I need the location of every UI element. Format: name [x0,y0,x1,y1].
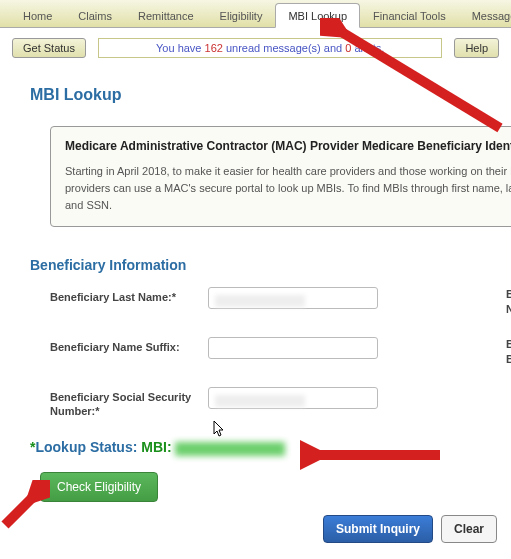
tab-claims[interactable]: Claims [65,3,125,27]
bottom-actions: Submit Inquiry Clear [323,515,497,543]
action-bar: Get Status You have 162 unread message(s… [0,28,511,68]
redacted-ssn [215,395,305,407]
alert-mid: unread message(s) and [223,42,345,54]
input-suffix[interactable] [208,337,378,359]
lookup-label: Lookup Status: [35,439,141,455]
section-beneficiary-info: Beneficiary Information [30,257,511,273]
label-birth: Beneficiary Birth:* [506,337,511,367]
tab-eligibility[interactable]: Eligibility [207,3,276,27]
tab-mbi-lookup[interactable]: MBI Lookup [275,3,360,28]
lookup-mbi-label: MBI: [141,439,175,455]
help-button[interactable]: Help [454,38,499,58]
redacted-mbi-value [175,442,285,456]
info-panel-body: Starting in April 2018, to make it easie… [65,163,511,214]
label-first-name: Beneficiary Name:* [506,287,511,317]
alert-prefix: You have [156,42,205,54]
row-last-name: Beneficiary Last Name:* Beneficiary Name… [50,287,511,317]
redacted-last-name [215,295,305,307]
lookup-status-line: *Lookup Status: MBI: [30,439,511,455]
label-suffix: Beneficiary Name Suffix: [50,337,200,355]
row-ssn: Beneficiary Social Security Number:* [50,387,511,420]
main-tabs: Home Claims Remittance Eligibility MBI L… [0,0,511,28]
label-last-name: Beneficiary Last Name:* [50,287,200,305]
alert-message: You have 162 unread message(s) and 0 ale… [98,38,442,58]
unread-count: 162 [205,42,223,54]
svg-line-2 [5,492,38,525]
get-status-button[interactable]: Get Status [12,38,86,58]
tab-financial-tools[interactable]: Financial Tools [360,3,459,27]
check-eligibility-button[interactable]: Check Eligibility [40,472,158,502]
info-panel: Medicare Administrative Contractor (MAC)… [50,126,511,227]
submit-inquiry-button[interactable]: Submit Inquiry [323,515,433,543]
clear-button[interactable]: Clear [441,515,497,543]
row-suffix: Beneficiary Name Suffix: Beneficiary Bir… [50,337,511,367]
tab-messages[interactable]: Messages [459,3,511,27]
info-panel-title: Medicare Administrative Contractor (MAC)… [65,139,511,153]
page-title: MBI Lookup [30,86,511,104]
alert-suffix: alerts. [351,42,384,54]
tab-remittance[interactable]: Remittance [125,3,207,27]
mouse-cursor-icon [213,420,227,441]
tab-home[interactable]: Home [10,3,65,27]
label-ssn: Beneficiary Social Security Number:* [50,387,200,420]
beneficiary-form: Beneficiary Last Name:* Beneficiary Name… [50,287,511,419]
